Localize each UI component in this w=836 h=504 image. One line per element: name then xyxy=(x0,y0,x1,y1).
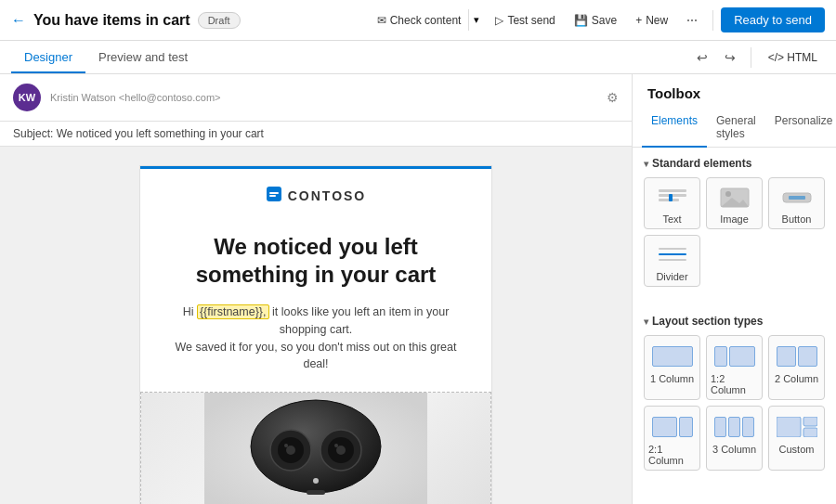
canvas-area: KW Kristin Watson <hello@contoso.com> ⚙ … xyxy=(0,74,632,504)
check-content-chevron[interactable]: ▾ xyxy=(468,9,484,31)
test-send-button[interactable]: ▷ Test send xyxy=(488,9,562,32)
12col-icon xyxy=(712,343,758,369)
from-name: Kristin Watson xyxy=(50,92,116,103)
button-icon xyxy=(780,186,814,210)
svg-point-13 xyxy=(313,478,319,484)
undo-button[interactable]: ↩ xyxy=(691,46,713,69)
divider-label: Divider xyxy=(656,271,687,282)
svg-point-11 xyxy=(336,446,346,455)
save-icon: 💾 xyxy=(574,14,588,27)
tab-bar-right: ↩ ↪ </> HTML xyxy=(691,46,825,69)
svg-point-12 xyxy=(334,444,338,447)
collapse-icon: ▾ xyxy=(644,159,648,169)
element-text[interactable]: Text xyxy=(644,177,700,229)
toolbox-tab-personalize[interactable]: Personalize xyxy=(765,109,836,148)
ready-to-send-button[interactable]: Ready to send xyxy=(721,7,825,32)
from-email: <hello@contoso.com> xyxy=(119,92,221,103)
save-button[interactable]: 💾 Save xyxy=(567,9,624,32)
layout-custom[interactable]: Custom xyxy=(768,406,825,471)
email-settings-button[interactable]: ⚙ xyxy=(607,90,619,105)
redo-button[interactable]: ↪ xyxy=(719,46,741,69)
send-icon: ▷ xyxy=(495,14,503,27)
layout-2col[interactable]: 2 Column xyxy=(768,335,825,400)
svg-rect-27 xyxy=(777,417,801,437)
email-logo-area: CONTOSO xyxy=(140,169,491,214)
2col-icon xyxy=(774,343,820,369)
more-button[interactable]: ⋯ xyxy=(679,9,705,32)
button-label: Button xyxy=(782,213,812,225)
back-button[interactable]: ← xyxy=(11,12,26,29)
body-text-after: it looks like you left an item in your s… xyxy=(269,305,450,336)
body-text-before: Hi xyxy=(183,305,197,318)
element-divider[interactable]: Divider xyxy=(644,235,700,287)
check-content-wrapper: ✉ Check content ▾ xyxy=(370,9,485,32)
email-headline: We noticed you left something in your ca… xyxy=(166,233,465,289)
top-bar: ← You have items in cart Draft ✉ Check c… xyxy=(0,0,836,41)
svg-rect-14 xyxy=(307,490,325,495)
element-button[interactable]: Button xyxy=(768,177,825,229)
elements-grid: Text Image xyxy=(644,177,825,287)
image-label: Image xyxy=(720,213,749,225)
check-content-button[interactable]: ✉ Check content xyxy=(370,9,469,32)
new-button[interactable]: + New xyxy=(628,9,675,32)
custom-label: Custom xyxy=(779,444,815,455)
svg-rect-25 xyxy=(659,253,686,255)
svg-point-20 xyxy=(725,191,731,197)
top-bar-right: ✉ Check content ▾ ▷ Test send 💾 Save + N… xyxy=(370,7,825,32)
text-label: Text xyxy=(662,213,681,225)
email-template: CONTOSO We noticed you left something in… xyxy=(139,165,492,504)
email-body-text: Hi {{firstname}}, it looks like you left… xyxy=(166,304,465,373)
layout-collapse-icon: ▾ xyxy=(644,317,648,327)
code-icon: </> xyxy=(768,51,784,64)
logo-text: CONTOSO xyxy=(288,188,367,203)
main-content: KW Kristin Watson <hello@contoso.com> ⚙ … xyxy=(0,74,836,504)
layout-section: ▾ Layout section types 1 Column 1:2 Colu… xyxy=(633,305,836,489)
html-button[interactable]: </> HTML xyxy=(761,47,825,68)
standard-elements-header[interactable]: ▾ Standard elements xyxy=(644,157,825,170)
layout-21col[interactable]: 2:1 Column xyxy=(644,406,700,471)
divider-icon xyxy=(656,243,689,267)
tab-designer[interactable]: Designer xyxy=(11,43,85,73)
custom-icon xyxy=(774,414,820,440)
email-header-bar: KW Kristin Watson <hello@contoso.com> ⚙ xyxy=(0,74,632,122)
toolbox-tab-elements[interactable]: Elements xyxy=(642,109,707,148)
toolbox-title: Toolbox xyxy=(633,74,836,109)
svg-rect-24 xyxy=(659,248,686,250)
toolbar-separator xyxy=(712,10,713,31)
toolbox-tab-general[interactable]: General styles xyxy=(707,109,765,148)
21col-icon xyxy=(649,414,696,440)
3col-icon xyxy=(712,414,758,440)
personalization-token: {{firstname}}, xyxy=(197,304,269,319)
element-image[interactable]: Image xyxy=(706,177,763,229)
logo-icon xyxy=(266,186,282,205)
1col-icon xyxy=(649,343,696,369)
1col-label: 1 Column xyxy=(650,373,694,384)
email-body: We noticed you left something in your ca… xyxy=(140,214,491,392)
svg-point-8 xyxy=(284,444,288,447)
svg-rect-26 xyxy=(659,259,686,261)
layout-12col[interactable]: 1:2 Column xyxy=(706,335,763,400)
text-icon xyxy=(656,186,689,210)
layout-1col[interactable]: 1 Column xyxy=(644,335,700,400)
headline-line1: We noticed you left xyxy=(214,234,418,259)
top-bar-left: ← You have items in cart Draft xyxy=(11,12,362,29)
layout-section-label: Layout section types xyxy=(652,315,763,328)
email-image-area xyxy=(140,392,491,504)
email-subject: We noticed you left something in your ca… xyxy=(57,127,264,140)
product-image xyxy=(141,393,490,504)
standard-elements-label: Standard elements xyxy=(652,157,751,170)
svg-rect-2 xyxy=(269,195,276,197)
standard-elements-section: ▾ Standard elements Text xyxy=(633,148,836,305)
more-icon: ⋯ xyxy=(686,14,698,27)
svg-rect-28 xyxy=(803,417,817,426)
toolbox: Toolbox Elements General styles Personal… xyxy=(632,74,836,504)
tab-preview[interactable]: Preview and test xyxy=(85,43,201,73)
layout-3col[interactable]: 3 Column xyxy=(706,406,763,471)
layout-grid: 1 Column 1:2 Column 2 Column xyxy=(644,335,825,471)
document-title: You have items in cart xyxy=(33,12,190,29)
tab-bar: Designer Preview and test ↩ ↪ </> HTML xyxy=(0,41,836,74)
subject-prefix: Subject: xyxy=(13,127,53,140)
email-subject-bar: Subject: We noticed you left something i… xyxy=(0,122,632,147)
2col-label: 2 Column xyxy=(775,373,818,384)
layout-section-header[interactable]: ▾ Layout section types xyxy=(644,315,825,328)
